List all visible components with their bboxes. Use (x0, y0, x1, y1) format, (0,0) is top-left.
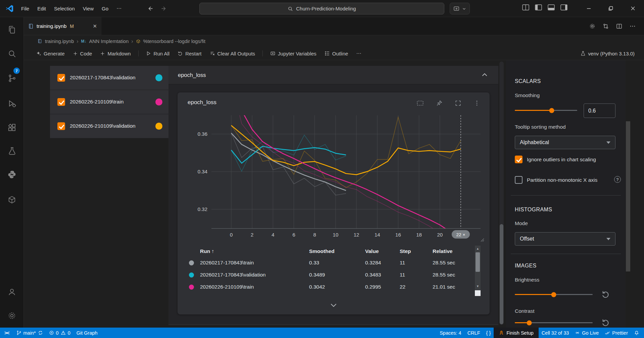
kernel-picker[interactable]: venv (Python 3.13.0) (580, 51, 635, 56)
expand-chevron-down-icon[interactable] (329, 301, 338, 309)
run-row[interactable]: 20260226-210109\validation (50, 114, 168, 138)
new-window-split-button[interactable] (450, 3, 470, 14)
python-icon[interactable] (4, 167, 19, 182)
smoothing-slider[interactable] (515, 110, 577, 111)
menu-more[interactable]: ⋯ (112, 3, 126, 13)
toggle-pan`el-icon[interactable] (548, 4, 555, 10)
indentation-item[interactable]: Spaces: 4 (437, 328, 464, 338)
toggle-sidebar-icon[interactable] (535, 4, 542, 10)
add-code-cell-button[interactable]: Code (69, 49, 96, 58)
containers-icon[interactable] (4, 192, 19, 207)
col-relative[interactable]: Relative (433, 248, 475, 254)
col-value[interactable]: Value (365, 248, 400, 254)
outline-button[interactable]: Outline (321, 49, 352, 58)
menu-view[interactable]: View (79, 4, 98, 13)
run-row[interactable]: 20260226-210109\train (50, 90, 168, 114)
back-arrow-icon[interactable] (147, 5, 153, 12)
open-changes-icon[interactable] (602, 23, 609, 30)
cell-indicator-item[interactable]: Cell 32 of 33 (539, 328, 572, 338)
minimize-button[interactable] (578, 0, 600, 17)
scrollbar-resize-corner[interactable] (475, 290, 481, 296)
run-checkbox-checked[interactable] (57, 122, 65, 130)
contrast-slider[interactable] (515, 322, 593, 323)
scroll-down-arrow-icon[interactable]: ▼ (475, 283, 481, 289)
command-center-search[interactable]: Churn-Prediction-Modeling (199, 3, 444, 14)
slider-thumb[interactable] (551, 292, 556, 297)
card-menu-kebab-icon[interactable] (474, 100, 480, 107)
notebook-settings-gear-icon[interactable] (589, 23, 596, 30)
run-row[interactable]: 20260217-170843\validation (50, 66, 168, 90)
table-scrollbar[interactable]: ▲ ▼ (475, 246, 481, 296)
breadcrumb-file[interactable]: training.ipynb (45, 39, 74, 44)
go-live-item[interactable]: Go Live (572, 328, 602, 338)
explorer-icon[interactable] (4, 22, 19, 37)
toggle-secondary-sidebar-icon[interactable] (560, 4, 567, 10)
bracket-pair-item[interactable]: { } (483, 328, 494, 338)
git-branch-item[interactable]: main* (13, 328, 46, 338)
menu-go[interactable]: Go (98, 4, 112, 13)
tensorboard-scrollbar[interactable] (499, 61, 504, 325)
add-markdown-cell-button[interactable]: Markdown (97, 49, 134, 58)
breadcrumb-cell[interactable]: %tensorboard --logdir logs/fit (143, 39, 205, 44)
search-sidebar-icon[interactable] (4, 46, 19, 61)
editor-scrollbar[interactable] (626, 60, 631, 328)
editor-more-actions-icon[interactable] (629, 23, 636, 30)
collapse-chevron-up-icon[interactable] (481, 71, 488, 79)
menu-edit[interactable]: Edit (33, 4, 50, 13)
slider-thumb[interactable] (549, 108, 554, 113)
run-checkbox-checked[interactable] (57, 74, 65, 82)
split-editor-layout-icon[interactable] (522, 4, 529, 10)
maximize-button[interactable] (600, 0, 622, 17)
col-smoothed[interactable]: Smoothed (309, 248, 365, 254)
tooltip-sort-dropdown[interactable]: Alphabetical (515, 136, 615, 149)
extensions-icon[interactable] (4, 120, 19, 135)
run-debug-icon[interactable] (4, 96, 19, 111)
settings-gear-icon[interactable] (4, 308, 19, 323)
brightness-slider[interactable] (515, 294, 593, 295)
notifications-bell-icon[interactable] (631, 328, 644, 338)
ignore-outliers-checkbox[interactable] (515, 156, 523, 163)
restart-button[interactable]: Restart (174, 49, 205, 58)
epoch-loss-chart[interactable]: 024681012141618200.320.340.3622 × (178, 111, 490, 246)
resize-grip-icon[interactable] (479, 237, 484, 242)
scalar-section-header[interactable]: epoch_loss (168, 66, 498, 84)
scroll-up-arrow-icon[interactable]: ▲ (475, 246, 481, 251)
menu-selection[interactable]: Selection (50, 4, 79, 13)
col-step[interactable]: Step (400, 248, 433, 254)
run-all-button[interactable]: Run All (143, 49, 173, 58)
prettier-item[interactable]: Prettier (602, 328, 631, 338)
fit-domain-icon[interactable] (416, 100, 424, 107)
menu-file[interactable]: File (17, 4, 33, 13)
slider-thumb[interactable] (527, 320, 532, 325)
split-editor-icon[interactable] (616, 23, 623, 30)
finish-setup-item[interactable]: Finish Setup (494, 328, 539, 338)
scrollbar-thumb[interactable] (476, 252, 480, 272)
git-graph-item[interactable]: Git Graph (73, 328, 101, 338)
help-icon[interactable]: ? (614, 176, 621, 183)
eol-item[interactable]: CRLF (464, 328, 483, 338)
close-window-button[interactable] (622, 0, 644, 17)
problems-item[interactable]: 0 0 (46, 328, 73, 338)
forward-arrow-icon[interactable] (161, 5, 167, 12)
jupyter-variables-button[interactable]: Jupyter Variables (267, 49, 320, 58)
clear-outputs-button[interactable]: Clear All Outputs (206, 49, 259, 58)
pin-card-icon[interactable] (436, 100, 443, 107)
histogram-mode-dropdown[interactable]: Offset (515, 232, 615, 246)
smoothing-value-input[interactable]: 0.6 (584, 103, 615, 118)
scrollbar-thumb[interactable] (626, 121, 630, 271)
contrast-reset-icon[interactable] (601, 318, 610, 327)
brightness-reset-icon[interactable] (601, 290, 610, 299)
col-run[interactable]: Run ↑ (200, 248, 309, 254)
fullscreen-icon[interactable] (455, 100, 461, 107)
generate-button[interactable]: Generate (33, 49, 68, 58)
tab-training-ipynb[interactable]: training.ipynb M ✕ (24, 17, 101, 35)
tab-close-icon[interactable]: ✕ (93, 23, 97, 29)
run-checkbox-checked[interactable] (57, 98, 65, 106)
testing-icon[interactable] (4, 143, 19, 159)
account-icon[interactable] (4, 284, 19, 299)
scrollbar-thumb[interactable] (500, 224, 503, 324)
toolbar-more-icon[interactable]: ⋯ (353, 49, 364, 58)
partition-x-checkbox[interactable] (515, 176, 523, 184)
breadcrumb-section[interactable]: ANN Implemtation (89, 39, 129, 44)
remote-indicator[interactable]: >< (0, 328, 13, 338)
